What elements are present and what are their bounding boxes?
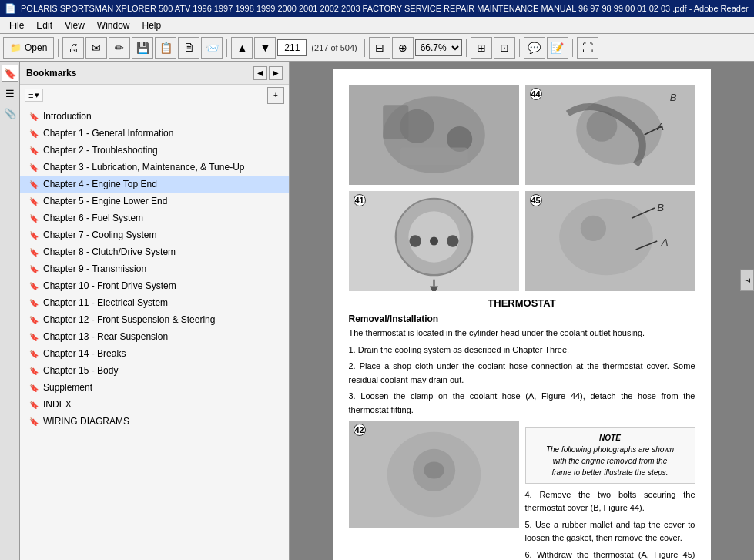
- title-bar: 📄 POLARIS SPORTSMAN XPLORER 500 ATV 1996…: [0, 0, 754, 17]
- bookmark-ch3[interactable]: 🔖 Chapter 3 - Lubrication, Maintenance, …: [20, 159, 289, 176]
- stamp-button[interactable]: 📝: [547, 37, 568, 59]
- bookmark-ch8[interactable]: 🔖 Chapter 8 - Clutch/Drive System: [20, 243, 289, 260]
- new-bookmark-button[interactable]: +: [267, 87, 284, 104]
- bookmark-icon-ch1: 🔖: [29, 128, 39, 139]
- pdf-viewer[interactable]: 40 44: [290, 62, 754, 560]
- toolbar: 📁 Open 🖨 ✉ ✏ 💾 📋 🖹 📨 ▲ ▼ (217 of 504) ⊟ …: [0, 34, 754, 62]
- app-icon: 📄: [5, 3, 16, 14]
- bookmark-label-ch9: Chapter 9 - Transmission: [43, 262, 283, 276]
- mail-send-button[interactable]: 📨: [201, 37, 223, 59]
- menu-window[interactable]: Window: [91, 18, 136, 32]
- bookmark-index[interactable]: 🔖 INDEX: [20, 396, 289, 413]
- prev-page-button[interactable]: ▲: [231, 37, 253, 59]
- bookmark-label-ch13: Chapter 13 - Rear Suspension: [43, 330, 283, 344]
- step-5: 5. Use a rubber mallet and tap the cover…: [525, 518, 695, 545]
- svg-point-30: [424, 461, 444, 478]
- menu-edit[interactable]: Edit: [30, 18, 59, 32]
- bookmark-ch4[interactable]: 🔖 Chapter 4 - Engine Top End: [20, 176, 289, 193]
- bookmark-ch10[interactable]: 🔖 Chapter 10 - Front Drive System: [20, 277, 289, 294]
- menu-view[interactable]: View: [59, 18, 91, 32]
- bookmark-ch6[interactable]: 🔖 Chapter 6 - Fuel System: [20, 210, 289, 226]
- section-title: THERMOSTAT: [349, 297, 695, 309]
- bookmark-icon-ch13: 🔖: [29, 331, 39, 343]
- next-page-button[interactable]: ▼: [254, 37, 276, 59]
- attachments-side-icon[interactable]: 📎: [2, 105, 18, 122]
- bookmark-ch7[interactable]: 🔖 Chapter 7 - Cooling System: [20, 226, 289, 243]
- svg-point-15: [409, 235, 421, 246]
- print-button[interactable]: 🖨: [62, 37, 84, 59]
- bookmark-icon-ch3: 🔖: [29, 162, 39, 173]
- bookmark-ch15[interactable]: 🔖 Chapter 15 - Body: [20, 362, 289, 379]
- svg-point-16: [447, 235, 458, 246]
- step-4: 4. Remove the two bolts securing the the…: [525, 488, 695, 515]
- bookmark-label-wiring: WIRING DIAGRAMS: [43, 414, 283, 428]
- collapse-panel-button[interactable]: ◀: [253, 66, 267, 80]
- svg-text:B: B: [669, 92, 676, 103]
- folder-icon: 📁: [10, 42, 22, 53]
- svg-rect-5: [383, 105, 408, 139]
- right-page-tab[interactable]: 7: [740, 269, 754, 290]
- separator-1: [58, 39, 59, 57]
- svg-text:B: B: [657, 202, 664, 213]
- page-number-input[interactable]: [277, 39, 307, 56]
- menu-help[interactable]: Help: [136, 18, 168, 32]
- separator-4: [466, 39, 467, 57]
- zoom-in-button[interactable]: ⊕: [392, 37, 414, 59]
- bookmark-ch11[interactable]: 🔖 Chapter 11 - Electrical System: [20, 294, 289, 311]
- copy-button[interactable]: 📋: [155, 37, 176, 59]
- bookmarks-view-options[interactable]: ≡ ▾: [25, 89, 43, 102]
- menu-file[interactable]: File: [3, 18, 30, 32]
- zoom-select[interactable]: 66.7% 50% 75% 100% 125% 150%: [415, 39, 462, 56]
- svg-text:A: A: [660, 236, 668, 248]
- bookmark-label-ch6: Chapter 6 - Fuel System: [43, 211, 283, 225]
- separator-5: [519, 39, 520, 57]
- bookmark-icon-wiring: 🔖: [29, 416, 39, 428]
- edit-button[interactable]: ✏: [109, 37, 130, 59]
- image-42: 42: [349, 421, 519, 528]
- bookmark-label-ch15: Chapter 15 - Body: [43, 364, 283, 377]
- body-para-4: 3. Loosen the clamp on the coolant hose …: [349, 390, 695, 417]
- engine-image-44: B A: [525, 85, 695, 185]
- bookmark-label-ch2: Chapter 2 - Troubleshooting: [43, 143, 283, 157]
- bookmark-ch2[interactable]: 🔖 Chapter 2 - Troubleshooting: [20, 142, 289, 159]
- image-num-44: 44: [530, 88, 542, 100]
- bookmark-icon-ch12: 🔖: [29, 314, 39, 326]
- bookmark-icon-ch11: 🔖: [29, 297, 39, 309]
- image-45: 45 B A: [525, 191, 695, 291]
- bookmark-wiring[interactable]: 🔖 WIRING DIAGRAMS: [20, 413, 289, 430]
- bookmark-ch14[interactable]: 🔖 Chapter 14 - Breaks: [20, 345, 289, 362]
- engine-image-42: [349, 421, 519, 528]
- comment-button[interactable]: 💬: [524, 37, 545, 59]
- bookmark-ch13[interactable]: 🔖 Chapter 13 - Rear Suspension: [20, 328, 289, 345]
- bookmark-label-supplement: Supplement: [43, 381, 283, 394]
- svg-point-21: [559, 199, 653, 275]
- fullscreen-button[interactable]: ⛶: [577, 37, 598, 59]
- image-num-41: 41: [354, 194, 366, 206]
- bookmark-icon-ch7: 🔖: [29, 230, 39, 241]
- body-para-1: The thermostat is located in the cylinde…: [349, 327, 695, 340]
- bookmark-ch5[interactable]: 🔖 Chapter 5 - Engine Lower End: [20, 193, 289, 210]
- bookmarks-side-icon[interactable]: 🔖: [2, 65, 18, 82]
- bookmark-label-ch7: Chapter 7 - Cooling System: [43, 228, 283, 242]
- bookmark-icon-ch2: 🔖: [29, 145, 39, 156]
- bookmark-ch1[interactable]: 🔖 Chapter 1 - General Information: [20, 125, 289, 142]
- bookmark-label-ch1: Chapter 1 - General Information: [43, 126, 283, 140]
- bookmark-ch12[interactable]: 🔖 Chapter 12 - Front Suspension & Steeri…: [20, 311, 289, 328]
- bookmark-ch9[interactable]: 🔖 Chapter 9 - Transmission: [20, 260, 289, 277]
- engine-image-40: [349, 85, 519, 185]
- open-button[interactable]: 📁 Open: [3, 37, 54, 59]
- expand-panel-button[interactable]: ▶: [269, 66, 283, 80]
- layers-side-icon[interactable]: ☰: [2, 85, 18, 102]
- bookmark-supplement[interactable]: 🔖 Supplement: [20, 379, 289, 396]
- email-button[interactable]: ✉: [85, 37, 107, 59]
- image-row-2: 41 4: [349, 191, 695, 291]
- fit-page-button[interactable]: ⊞: [471, 37, 492, 59]
- actual-size-button[interactable]: ⊡: [494, 37, 515, 59]
- fit-width-button[interactable]: ⊟: [369, 37, 390, 59]
- scan-button[interactable]: 🖹: [178, 37, 199, 59]
- bookmark-introduction[interactable]: 🔖 Introduction: [20, 108, 289, 125]
- bookmark-label-ch12: Chapter 12 - Front Suspension & Steering: [43, 313, 283, 327]
- save-button[interactable]: 💾: [132, 37, 153, 59]
- bookmarks-title: Bookmarks: [26, 68, 76, 79]
- image-num-45: 45: [530, 194, 542, 206]
